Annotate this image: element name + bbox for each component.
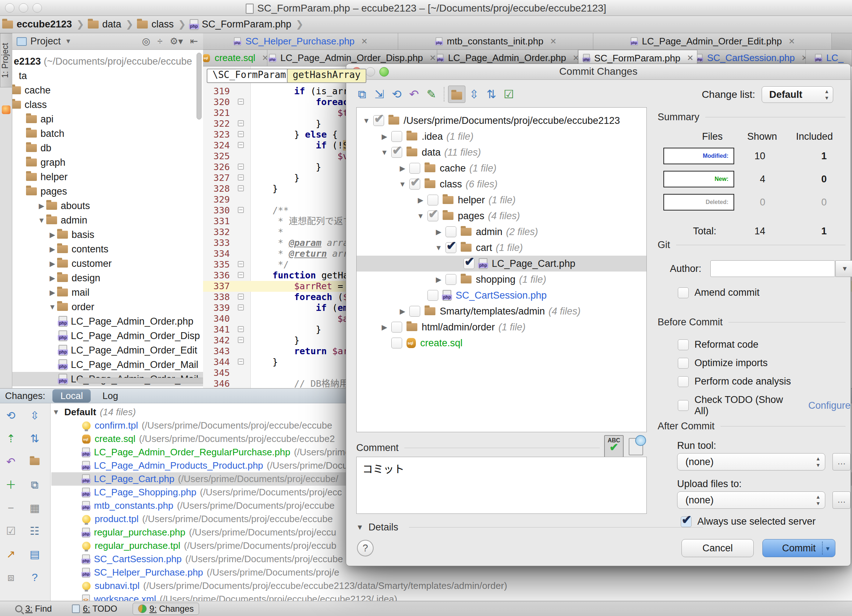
chevron-down-icon[interactable]: ▼ (48, 303, 57, 311)
details-check-icon[interactable]: ☑ (500, 86, 517, 103)
amend-commit-option[interactable]: Amend commit (678, 287, 760, 298)
project-tree-row[interactable]: ▶mail (12, 285, 203, 300)
chevron-down-icon[interactable]: ▼ (362, 117, 371, 125)
flame-icon[interactable] (2, 105, 11, 114)
fold-marker-icon[interactable] (238, 142, 244, 148)
refresh-icon[interactable]: ⟲ (4, 408, 18, 423)
stepper-arrows-icon[interactable]: ▲▼ (816, 455, 820, 468)
add-icon[interactable]: ＋ (4, 478, 18, 492)
project-tree-row[interactable]: ▶basis (12, 227, 203, 242)
commit-dropdown-icon[interactable]: ▼ (822, 542, 833, 554)
project-tree-row[interactable]: ▼order (12, 300, 203, 314)
changed-file-row[interactable]: SC_Helper_Purchase.php(/Users/prime/Docu… (51, 566, 852, 579)
cancel-button[interactable]: Cancel (681, 539, 754, 557)
fold-marker-icon[interactable] (238, 120, 244, 127)
project-tree-row[interactable]: class (12, 98, 203, 112)
author-input[interactable] (710, 261, 835, 277)
preview-diff-icon[interactable]: ▤ (27, 547, 42, 562)
checkbox-icon[interactable]: ☑ (4, 524, 18, 538)
project-tree-row[interactable]: batch (12, 127, 203, 141)
fold-marker-icon[interactable] (238, 99, 244, 105)
changes-tab-log[interactable]: Log (94, 389, 126, 403)
commit-message-input[interactable] (356, 457, 647, 514)
project-tree-row[interactable]: db (12, 141, 203, 155)
project-tree-row[interactable]: api (12, 112, 203, 127)
chevron-down-icon[interactable]: ▼ (434, 244, 443, 252)
dialog-zoom-icon[interactable] (379, 67, 389, 77)
fold-marker-icon[interactable] (238, 337, 244, 343)
fold-marker-icon[interactable] (238, 304, 244, 310)
option-checkbox[interactable] (678, 358, 689, 369)
chevron-right-icon[interactable]: ▶ (48, 245, 57, 253)
rollback-icon[interactable]: ↶ (405, 86, 423, 103)
file-checkbox[interactable] (391, 131, 402, 142)
spellcheck-icon[interactable]: ABC✔ (604, 435, 624, 458)
chevron-right-icon[interactable]: ▶ (48, 230, 57, 239)
project-tree-row[interactable]: e2123 (~/Documents/proj/eccube/eccube (12, 54, 203, 69)
project-tree-row[interactable]: ▶abouts (12, 199, 203, 213)
refresh-icon[interactable]: ⟲ (388, 86, 405, 103)
close-tab-icon[interactable]: ✕ (687, 53, 693, 63)
fold-marker-icon[interactable] (238, 207, 244, 213)
chevron-right-icon[interactable]: ▶ (48, 274, 57, 282)
project-tree-row[interactable]: graph (12, 155, 203, 170)
project-tree-row[interactable]: cache (12, 83, 203, 98)
file-checkbox[interactable] (391, 337, 402, 348)
chevron-right-icon[interactable]: ▶ (434, 227, 443, 236)
move-to-changelist-icon[interactable]: ⇲ (371, 86, 388, 103)
file-checkbox[interactable] (373, 115, 384, 126)
file-checkbox[interactable] (446, 242, 456, 253)
copy-icon[interactable]: ⧉ (27, 478, 42, 492)
before-commit-option[interactable]: Optimize imports (678, 357, 768, 369)
chevron-down-icon[interactable]: ▼ (380, 148, 389, 157)
project-tree-row[interactable]: helper (12, 170, 203, 184)
fold-marker-icon[interactable] (238, 326, 244, 332)
close-tab-icon[interactable]: ✕ (573, 53, 578, 63)
chevron-right-icon[interactable]: ▶ (398, 307, 407, 316)
help-icon[interactable]: ? (27, 570, 42, 584)
file-checkbox[interactable] (409, 179, 420, 190)
chevron-down-icon[interactable]: ▼ (356, 523, 364, 532)
commit-button[interactable]: Commit▼ (762, 539, 835, 557)
project-tree-row[interactable]: LC_Page_Admin_Order_Disp (12, 328, 203, 343)
file-checkbox[interactable] (391, 147, 402, 158)
project-tree-row[interactable]: ▶customer (12, 256, 203, 271)
remove-icon[interactable]: − (4, 501, 18, 515)
fold-marker-icon[interactable] (238, 261, 244, 267)
rollback-icon[interactable]: ↶ (4, 455, 18, 469)
project-tree-row[interactable]: LC_Page_Admin_Order.php (12, 314, 203, 328)
chevron-down-icon[interactable]: ▼ (51, 408, 61, 416)
project-tree-row[interactable]: ▼admin (12, 213, 203, 227)
file-checkbox[interactable] (446, 274, 456, 285)
fold-marker-icon[interactable] (238, 131, 244, 137)
breadcrumb-item[interactable]: SC_FormParam.php (190, 19, 292, 30)
locate-icon[interactable]: ◎ (142, 36, 150, 47)
option-checkbox[interactable] (678, 339, 689, 350)
close-tab-icon[interactable]: ✕ (361, 37, 367, 46)
editor-tab[interactable]: LC_Page_Admin_Order_Edit.php✕ (593, 33, 832, 50)
breadcrumb-item[interactable]: eccube2123 (2, 19, 72, 30)
fold-marker-icon[interactable] (238, 175, 244, 181)
statusbar-find-button[interactable]: 3: Find (10, 603, 57, 614)
breadcrumb-item[interactable]: class (137, 19, 174, 30)
changed-file-row[interactable]: subnavi.tpl(/Users/prime/Documents/proj/… (51, 579, 852, 592)
upload-files-select[interactable]: (none)▲▼ (677, 491, 825, 509)
commit-history-icon[interactable] (629, 438, 643, 455)
changed-file-row[interactable]: workspace.xml(/Users/prime/Documents/pro… (51, 592, 852, 601)
project-tree-row[interactable]: ▶design (12, 271, 203, 285)
group-by-directory-icon[interactable] (27, 455, 42, 469)
close-tab-icon[interactable]: ✕ (262, 53, 267, 63)
chevron-right-icon[interactable]: ▶ (37, 202, 46, 210)
editor-tab[interactable]: mtb_constants_init.php✕ (398, 33, 593, 50)
file-checkbox[interactable] (428, 194, 438, 205)
vcs-update-icon[interactable]: ⇡ (4, 431, 18, 446)
hide-panel-icon[interactable]: ⇤ (190, 36, 198, 47)
fold-marker-icon[interactable] (238, 294, 244, 300)
chevron-right-icon[interactable]: ▶ (48, 288, 57, 297)
breadcrumb-item[interactable]: data (88, 19, 121, 30)
run-tool-select[interactable]: (none)▲▼ (677, 453, 825, 470)
stepper-arrows-icon[interactable]: ▲▼ (816, 494, 820, 507)
option-checkbox[interactable] (678, 400, 689, 411)
changes-tab-local[interactable]: Local (52, 389, 91, 403)
expand-all-icon[interactable]: ⇳ (27, 408, 42, 423)
